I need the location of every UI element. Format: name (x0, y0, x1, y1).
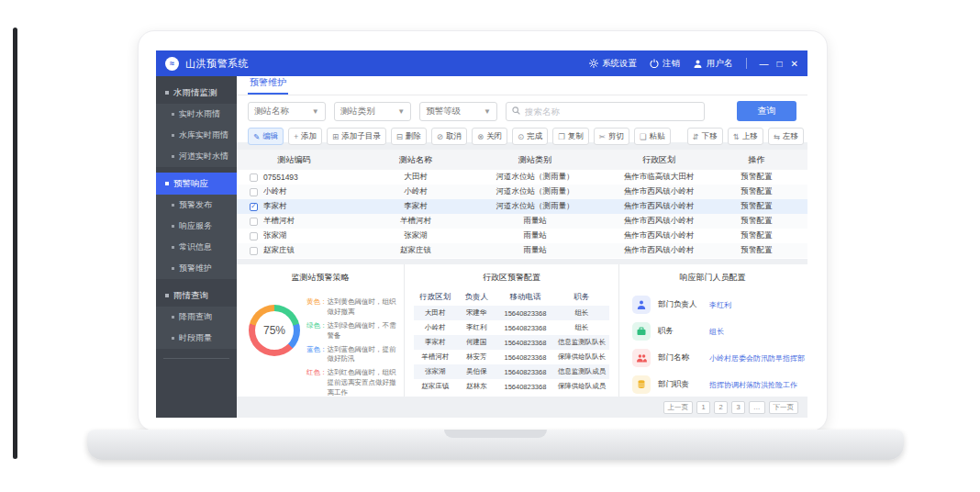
warning-config-link[interactable]: 预警配置 (728, 172, 785, 183)
table-row[interactable]: 李家村李家村河道水位站（测雨量）焦作市西风镇小岭村预警配置 (237, 199, 807, 214)
row-checkbox[interactable] (250, 232, 258, 240)
sidebar-item-label: 河道实时水情 (179, 151, 228, 162)
sidebar-group-2[interactable]: 预警响应 (156, 173, 237, 195)
table-row[interactable]: 小岭村小岭村河道水位站（测雨量）焦作市西风镇小岭村预警配置 (237, 184, 807, 199)
row-checkbox[interactable] (250, 218, 258, 226)
sidebar-item[interactable]: 预警发布 (156, 195, 237, 216)
app-window: ≈ 山洪预警系统 系统设置 注销 用户名 — □ (156, 50, 807, 418)
legend-text: 达到红色阈值时，组织提前远离安置点做好撤离工作 (328, 368, 401, 398)
legend-text: 达到绿色阈值时，不需警备 (328, 321, 401, 341)
warning-config-link[interactable]: 预警配置 (728, 245, 785, 256)
warning-config-link[interactable]: 预警配置 (728, 216, 785, 227)
toolbar-button-剪切[interactable]: ✂剪切 (594, 128, 629, 145)
dept-leader-value[interactable]: 李红利 (709, 300, 731, 310)
page-button-1[interactable]: 1 (696, 401, 710, 414)
cell-type: 雨量站 (480, 230, 590, 241)
cell-code: 李家村 (237, 201, 351, 212)
sidebar-group-1[interactable]: 水雨情监测 (156, 82, 237, 104)
sidebar-item[interactable]: 水库实时雨情 (156, 125, 237, 146)
sidebar-item[interactable]: 降雨查询 (156, 307, 237, 328)
person-cell: 何建国 (457, 338, 496, 347)
station-table: 测站编码测站名称测站类别行政区划操作07551493大田村河道水位站（测雨量）焦… (237, 150, 807, 259)
district-row: 小岭村李红利15640823368组长 (414, 320, 609, 335)
dept-duty-value[interactable]: 组长 (709, 327, 724, 337)
table-row[interactable]: 张家湖张家湖雨量站焦作市西风镇小岭村预警配置 (237, 229, 807, 243)
table-row[interactable]: 羊槽河村羊槽河村雨量站焦作市西风镇小岭村预警配置 (237, 214, 807, 229)
toolbar-icon: ⊞ (332, 132, 339, 141)
row-checkbox[interactable] (250, 188, 258, 196)
chevron-down-icon: ▼ (397, 107, 405, 116)
toolbar-label: 上移 (742, 131, 758, 142)
sidebar-item[interactable]: 预警维护 (156, 258, 237, 279)
page-button-3[interactable]: 3 (731, 401, 745, 414)
toolbar-button-编辑[interactable]: ✎编辑 (248, 128, 284, 145)
toolbar-icon: ⊙ (518, 132, 524, 141)
sidebar-item-label: 水库实时雨情 (179, 129, 228, 141)
ellipsis-pages[interactable]: … (749, 401, 765, 414)
table-row[interactable]: 赵家庄镇赵家庄镇雨量站焦作市西风镇小岭村预警配置 (237, 243, 807, 258)
toolbar-button-添加[interactable]: +添加 (288, 128, 322, 145)
dept-name-value[interactable]: 小岭村居委会防汛防旱指挥部 (709, 353, 805, 363)
toolbar-button-上移[interactable]: ⇅上移 (728, 128, 763, 145)
toolbar-label: 左移 (783, 131, 798, 142)
warning-config-link[interactable]: 预警配置 (728, 230, 785, 241)
warning-config-link[interactable]: 预警配置 (728, 201, 785, 212)
laptop-notch (444, 430, 547, 438)
tab-warning-maintenance[interactable]: 预警维护 (248, 76, 288, 95)
warning-config-link[interactable]: 预警配置 (728, 186, 785, 197)
sidebar-group-label: 雨情查询 (173, 290, 208, 302)
toolbar-button-完成[interactable]: ⊙完成 (512, 128, 548, 145)
duty-cell: 信息监测队成员 (554, 367, 609, 376)
bullet-icon (165, 91, 169, 95)
sidebar-item[interactable]: 时段雨量 (156, 328, 237, 349)
toolbar-button-关闭[interactable]: ⊗关闭 (472, 128, 507, 145)
toolbar-button-删除[interactable]: ⊟删除 (391, 128, 427, 145)
table-row[interactable]: 07551493大田村河道水位站（测雨量）焦作市临高镇大田村预警配置 (237, 170, 807, 184)
sidebar-item[interactable]: 常识信息 (156, 237, 237, 258)
row-checkbox[interactable] (250, 173, 258, 182)
toolbar-button-粘贴[interactable]: ❏粘贴 (634, 128, 671, 145)
toolbar-button-取消[interactable]: ⊘取消 (431, 128, 467, 145)
toolbar-label: 完成 (527, 131, 542, 142)
query-button[interactable]: 查询 (737, 101, 796, 121)
row-checkbox[interactable] (250, 203, 258, 211)
row-checkbox[interactable] (250, 247, 258, 255)
sidebar-item[interactable]: 河道实时水情 (156, 146, 237, 167)
filter-select[interactable]: 测站类别▼ (334, 102, 412, 121)
toolbar-icon: ⇆ (774, 132, 780, 141)
sidebar-group-3[interactable]: 雨情查询 (156, 285, 237, 307)
system-settings-button[interactable]: 系统设置 (589, 58, 637, 70)
prev-page-button[interactable]: 上一页 (663, 401, 694, 414)
search-input[interactable] (525, 106, 698, 117)
bullet-icon (172, 134, 174, 137)
toolbar-button-复制[interactable]: ❐复制 (552, 128, 589, 145)
leader-icon (632, 296, 651, 314)
filter-select[interactable]: 测站名称▼ (248, 102, 326, 121)
cell-code: 小岭村 (237, 186, 351, 197)
next-page-button[interactable]: 下一页 (769, 401, 799, 414)
page-button-2[interactable]: 2 (714, 401, 728, 414)
toolbar-button-添加子目录[interactable]: ⊞添加子目录 (327, 128, 386, 145)
dept-charge-value[interactable]: 指挥协调村落防洪抢险工作 (709, 380, 797, 390)
sidebar-item-label: 实时水雨情 (179, 108, 220, 120)
strategy-legend: 黄色：达到黄色阈值时，组织做好撤离绿色：达到绿色阈值时，不需警备蓝色：达到蓝色阈… (306, 297, 400, 402)
toolbar-button-左移[interactable]: ⇆左移 (768, 128, 804, 145)
sidebar-item[interactable]: 响应服务 (156, 216, 237, 237)
close-button[interactable]: ✕ (791, 59, 798, 69)
minimize-button[interactable]: — (760, 59, 769, 69)
phone-cell: 15640823368 (496, 368, 555, 376)
toolbar-button-下移[interactable]: ⇵下移 (687, 128, 723, 145)
user-menu[interactable]: 用户名 (693, 58, 733, 70)
filter-select[interactable]: 预警等级▼ (419, 102, 497, 121)
district-header-row: 行政区划负责人移动电话职务 (414, 289, 609, 306)
page: ≈ 山洪预警系统 系统设置 注销 用户名 — □ (0, 0, 980, 492)
sidebar-item[interactable]: 实时水雨情 (156, 104, 237, 125)
search-box[interactable] (506, 102, 705, 121)
dept-item-leader: 部门负责人 李红利 (632, 296, 806, 314)
phone-cell: 15640823368 (496, 383, 555, 391)
search-icon (512, 106, 520, 117)
district-cell: 大田村 (414, 308, 457, 318)
legend-color-label: 蓝色： (306, 345, 328, 365)
logout-button[interactable]: 注销 (650, 58, 680, 70)
maximize-button[interactable]: □ (777, 59, 783, 69)
